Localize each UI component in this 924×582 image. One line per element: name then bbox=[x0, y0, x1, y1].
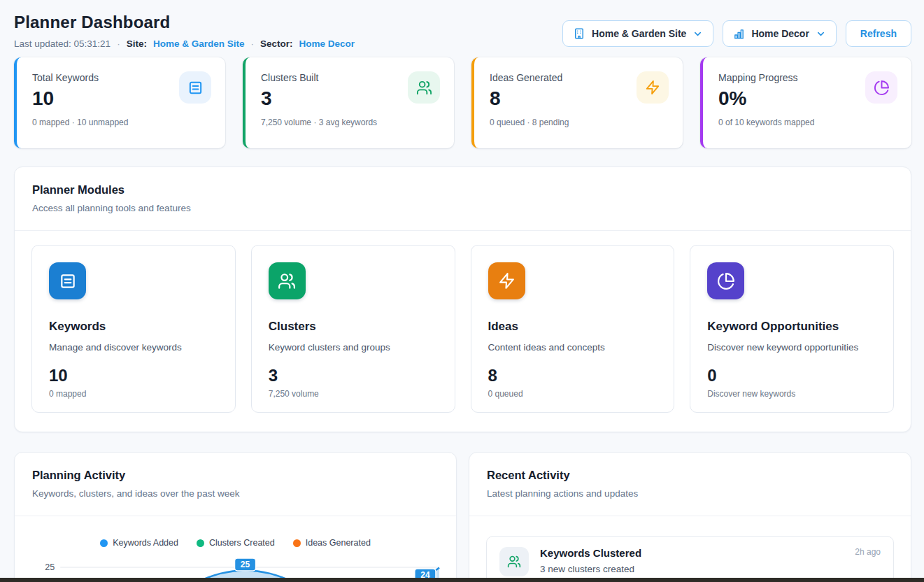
recent-activity-header: Recent Activity Latest planning actions … bbox=[469, 453, 911, 516]
sector-selector-label: Home Decor bbox=[751, 28, 809, 39]
chart-legend: Keywords Added Clusters Created Ideas Ge… bbox=[15, 538, 456, 548]
divider bbox=[15, 516, 456, 516]
activity-title: Keywords Clustered bbox=[540, 547, 641, 559]
module-description: Content ideas and concepts bbox=[488, 342, 658, 353]
activity-list: Keywords Clustered 2h ago 3 new clusters… bbox=[469, 516, 911, 582]
stat-caption: 0 of 10 keywords mapped bbox=[718, 118, 896, 127]
stat-caption: 7,250 volume · 3 avg keywords bbox=[261, 118, 439, 127]
document-icon bbox=[179, 71, 211, 104]
sector-link[interactable]: Home Decor bbox=[299, 38, 355, 49]
lightning-icon bbox=[488, 262, 525, 299]
activity-description: 3 new clusters created bbox=[540, 564, 881, 574]
legend-item-clusters-created: Clusters Created bbox=[197, 538, 275, 548]
activity-body: Keywords Clustered 2h ago 3 new clusters… bbox=[540, 547, 881, 576]
recent-activity-title: Recent Activity bbox=[487, 469, 893, 482]
users-icon bbox=[408, 71, 440, 104]
point-label-badge-25: 25 bbox=[234, 558, 255, 571]
planning-activity-title: Planning Activity bbox=[32, 469, 439, 482]
module-caption: 0 mapped bbox=[49, 389, 218, 399]
separator-dot: · bbox=[250, 38, 254, 49]
module-value: 8 bbox=[488, 367, 658, 384]
page-title: Planner Dashboard bbox=[14, 13, 355, 32]
sector-selector-dropdown[interactable]: Home Decor bbox=[723, 20, 836, 47]
sector-label: Sector: bbox=[260, 38, 293, 49]
stat-card-clusters-built: Clusters Built 3 7,250 volume · 3 avg ke… bbox=[243, 57, 454, 148]
planner-dashboard-page: Planner Dashboard Last updated: 05:31:21… bbox=[0, 0, 924, 582]
legend-item-keywords-added: Keywords Added bbox=[100, 538, 178, 548]
module-title: Ideas bbox=[488, 320, 658, 334]
stat-caption: 0 queued · 8 pending bbox=[490, 118, 667, 127]
stat-card-total-keywords: Total Keywords 10 0 mapped · 10 unmapped bbox=[14, 57, 225, 148]
users-icon bbox=[269, 262, 306, 299]
lightning-icon bbox=[637, 71, 669, 104]
bottom-edge-strip bbox=[0, 578, 924, 582]
site-label: Site: bbox=[127, 38, 147, 49]
planning-activity-subtitle: Keywords, clusters, and ideas over the p… bbox=[32, 488, 439, 499]
module-caption: 7,250 volume bbox=[269, 389, 438, 399]
legend-dot bbox=[197, 539, 204, 547]
header-left: Planner Dashboard Last updated: 05:31:21… bbox=[14, 13, 355, 49]
module-caption: Discover new keywords bbox=[707, 389, 876, 399]
module-value: 3 bbox=[269, 367, 438, 384]
y-axis-tick: 25 bbox=[45, 562, 55, 572]
building-icon bbox=[573, 27, 585, 40]
module-title: Keyword Opportunities bbox=[707, 320, 876, 334]
module-title: Keywords bbox=[49, 320, 218, 334]
module-value: 0 bbox=[707, 367, 876, 384]
activity-timestamp: 2h ago bbox=[855, 547, 881, 557]
chevron-down-icon bbox=[692, 29, 703, 39]
document-icon bbox=[49, 262, 86, 299]
legend-label: Ideas Generated bbox=[306, 538, 371, 548]
module-description: Keyword clusters and groups bbox=[269, 342, 438, 353]
legend-label: Clusters Created bbox=[209, 538, 275, 548]
pie-chart-icon bbox=[707, 262, 744, 299]
module-card-keywords[interactable]: Keywords Manage and discover keywords 10… bbox=[31, 245, 236, 413]
module-card-clusters[interactable]: Clusters Keyword clusters and groups 3 7… bbox=[251, 245, 455, 413]
module-value: 10 bbox=[49, 367, 218, 384]
module-title: Clusters bbox=[269, 320, 438, 334]
legend-dot bbox=[293, 539, 301, 547]
modules-panel-subtitle: Access all planning tools and features bbox=[32, 203, 893, 213]
module-caption: 0 queued bbox=[488, 389, 658, 399]
refresh-button[interactable]: Refresh bbox=[846, 20, 911, 47]
site-link[interactable]: Home & Garden Site bbox=[153, 38, 245, 49]
header-actions: Home & Garden Site Home Decor Refresh bbox=[562, 20, 911, 47]
legend-item-ideas-generated: Ideas Generated bbox=[293, 538, 371, 548]
bottom-row: Planning Activity Keywords, clusters, an… bbox=[14, 452, 911, 582]
svg-text:25: 25 bbox=[241, 560, 250, 570]
site-selector-label: Home & Garden Site bbox=[592, 28, 686, 39]
recent-activity-subtitle: Latest planning actions and updates bbox=[487, 488, 893, 499]
last-updated-text: Last updated: 05:31:21 bbox=[14, 38, 111, 49]
page-header: Planner Dashboard Last updated: 05:31:21… bbox=[14, 13, 911, 49]
stat-card-mapping-progress: Mapping Progress 0% 0 of 10 keywords map… bbox=[700, 57, 911, 148]
header-subline: Last updated: 05:31:21 · Site: Home & Ga… bbox=[14, 38, 355, 49]
legend-label: Keywords Added bbox=[113, 538, 178, 548]
site-selector-dropdown[interactable]: Home & Garden Site bbox=[562, 20, 713, 47]
module-description: Manage and discover keywords bbox=[49, 342, 218, 353]
module-description: Discover new keyword opportunities bbox=[707, 342, 876, 353]
stat-card-ideas-generated: Ideas Generated 8 0 queued · 8 pending bbox=[471, 57, 683, 148]
pie-chart-icon bbox=[865, 71, 897, 104]
chevron-down-icon bbox=[816, 29, 826, 39]
separator-dot: · bbox=[117, 38, 120, 49]
planning-activity-header: Planning Activity Keywords, clusters, an… bbox=[15, 453, 456, 516]
modules-panel-header: Planner Modules Access all planning tool… bbox=[15, 167, 911, 230]
planning-activity-panel: Planning Activity Keywords, clusters, an… bbox=[14, 452, 457, 582]
bar-chart-icon bbox=[733, 28, 745, 40]
stats-row: Total Keywords 10 0 mapped · 10 unmapped… bbox=[14, 57, 911, 148]
planner-modules-panel: Planner Modules Access all planning tool… bbox=[14, 166, 911, 432]
activity-item-keywords-clustered: Keywords Clustered 2h ago 3 new clusters… bbox=[486, 536, 894, 582]
stat-caption: 0 mapped · 10 unmapped bbox=[32, 118, 210, 127]
modules-panel-title: Planner Modules bbox=[32, 183, 893, 197]
legend-dot bbox=[100, 539, 108, 547]
recent-activity-panel: Recent Activity Latest planning actions … bbox=[469, 452, 911, 582]
module-card-ideas[interactable]: Ideas Content ideas and concepts 8 0 que… bbox=[471, 245, 675, 413]
modules-grid: Keywords Manage and discover keywords 10… bbox=[15, 231, 911, 432]
module-card-keyword-opportunities[interactable]: Keyword Opportunities Discover new keywo… bbox=[690, 245, 894, 413]
users-icon bbox=[499, 547, 529, 576]
